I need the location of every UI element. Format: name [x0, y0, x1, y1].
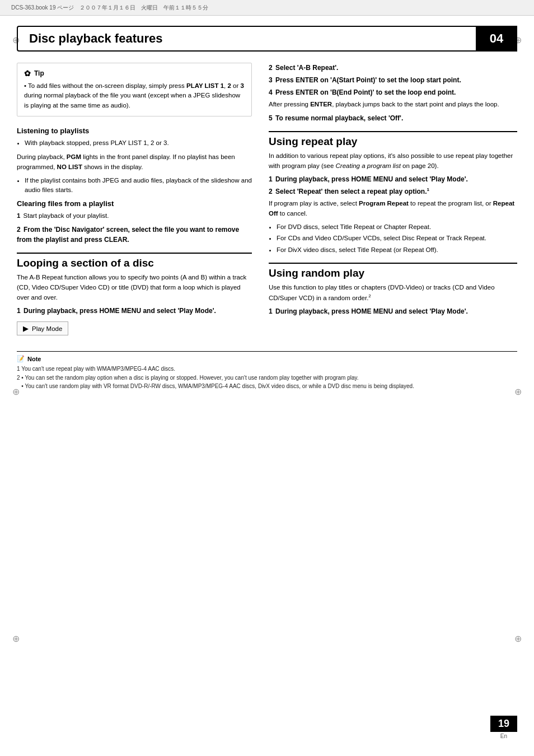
note-item-3: • You can't use random play with VR form… — [17, 382, 517, 391]
main-content: ✿ Tip • To add files without the on-scre… — [17, 63, 517, 341]
clearing-heading: Clearing files from a playlist — [17, 199, 252, 208]
page-number-badge: 19 — [490, 716, 517, 732]
repeat-step1: 1 During playback, press HOME MENU and s… — [269, 174, 517, 184]
note-title: 📝 Note — [17, 355, 517, 362]
repeat-bullets: For DVD discs, select Title Repeat or Ch… — [277, 222, 517, 255]
play-mode-label: Play Mode — [32, 325, 62, 332]
random-intro: Use this function to play titles or chap… — [269, 283, 517, 303]
listening-step1-list: With playback stopped, press PLAY LIST 1… — [25, 138, 252, 148]
note-body: 1 You can't use repeat play with WMA/MP3… — [17, 365, 517, 391]
page-number-bar: 19 En — [490, 716, 517, 739]
repeat-title: Using repeat play — [269, 131, 517, 148]
left-column: ✿ Tip • To add files without the on-scre… — [17, 63, 252, 341]
play-mode-icon: ▶ — [23, 324, 29, 333]
title-bar: Disc playback features 04 — [17, 26, 517, 52]
note-section: 📝 Note 1 You can't use repeat play with … — [17, 351, 517, 396]
chapter-badge: 04 — [477, 27, 516, 50]
play-mode-box: ▶ Play Mode — [17, 321, 68, 335]
repeat-step2: 2 Select 'Repeat' then select a repeat p… — [269, 186, 517, 197]
right-column: 2 Select 'A-B Repeat'. 3 Press ENTER on … — [269, 63, 517, 341]
looping-step2: 2 Select 'A-B Repeat'. — [269, 63, 517, 73]
note-icon: 📝 — [17, 355, 25, 362]
repeat-bullet-3: For DivX video discs, select Title Repea… — [277, 245, 517, 255]
random-title: Using random play — [269, 263, 517, 279]
tip-icon: ✿ — [24, 69, 31, 78]
reg-mark-br: ⊕ — [514, 633, 522, 644]
looping-step4-body: After pressing ENTER, playback jumps bac… — [269, 100, 517, 110]
page-lang: En — [500, 733, 507, 739]
looping-step1: 1 During playback, press HOME MENU and s… — [17, 306, 252, 316]
note-item-2: 2 • You can set the random play option w… — [17, 374, 517, 382]
listening-step1-bold: With playback stopped, press PLAY LIST 1… — [25, 138, 252, 148]
page-title: Disc playback features — [18, 27, 477, 50]
note-item-1: 1 You can't use repeat play with WMA/MP3… — [17, 365, 517, 374]
repeat-bullet-1: For DVD discs, select Title Repeat or Ch… — [277, 222, 517, 232]
looping-step4: 4 Press ENTER on 'B(End Point)' to set t… — [269, 87, 517, 97]
tip-box: ✿ Tip • To add files without the on-scre… — [17, 63, 252, 116]
reg-mark-bl: ⊕ — [12, 633, 20, 644]
looping-title: Looping a section of a disc — [17, 253, 252, 269]
random-step1: 1 During playback, press HOME MENU and s… — [269, 306, 517, 316]
header-text: DCS-363.book 19 ページ ２００７年１月１６日 火曜日 午前１１時… — [11, 4, 208, 12]
tip-title: ✿ Tip — [24, 69, 245, 78]
listening-heading: Listening to playlists — [17, 127, 252, 135]
clearing-step2: 2 From the 'Disc Navigator' screen, sele… — [17, 225, 252, 245]
looping-step5: 5 To resume normal playback, select 'Off… — [269, 113, 517, 123]
listening-body2-list: If the playlist contains both JPEG and a… — [25, 176, 252, 195]
page-header: DCS-363.book 19 ページ ２００７年１月１６日 火曜日 午前１１時… — [0, 0, 534, 16]
repeat-intro: In addition to various repeat play optio… — [269, 151, 517, 171]
looping-step3: 3 Press ENTER on 'A(Start Point)' to set… — [269, 75, 517, 85]
repeat-step2-body: If program play is active, select Progra… — [269, 199, 517, 219]
repeat-bullet-2: For CDs and Video CD/Super VCDs, select … — [277, 234, 517, 243]
tip-body: • To add files without the on-screen dis… — [24, 81, 245, 110]
listening-body1: During playback, PGM lights in the front… — [17, 152, 252, 172]
listening-body2: If the playlist contains both JPEG and a… — [25, 176, 252, 195]
looping-intro: The A-B Repeat function allows you to sp… — [17, 273, 252, 302]
clearing-step1: 1 Start playback of your playlist. — [17, 211, 252, 221]
